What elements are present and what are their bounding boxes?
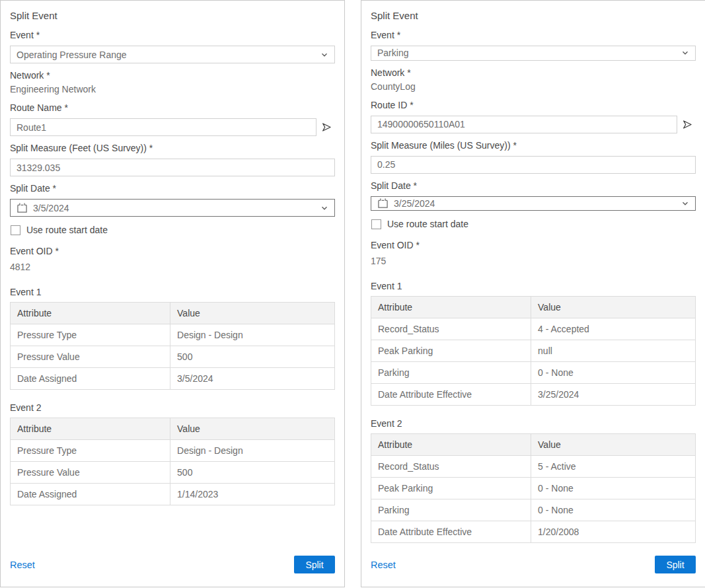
- attribute-cell: Pressure Type: [11, 440, 170, 462]
- event-oid-label: Event OID *: [10, 246, 335, 256]
- use-route-start-date-label: Use route start date: [387, 219, 468, 229]
- event1-attributes-table: Attribute Value Record_Status 4 - Accept…: [371, 296, 696, 406]
- event1-attributes-table: Attribute Value Pressure Type Design - D…: [10, 302, 335, 390]
- calendar-icon: [377, 198, 389, 209]
- reset-button[interactable]: Reset: [10, 560, 35, 570]
- event1-section-title: Event 1: [371, 281, 696, 291]
- table-row: Pressure Type Design - Design: [11, 440, 335, 462]
- attribute-cell: Date Attribute Effective: [371, 384, 531, 406]
- route-map-picker-button[interactable]: [679, 116, 696, 133]
- arrow-pointer-icon: [682, 119, 693, 130]
- event-oid-label: Event OID *: [371, 240, 696, 250]
- route-label: Route Name *: [10, 102, 335, 113]
- table-row: Pressure Type Design - Design: [11, 324, 335, 346]
- network-value: Engineering Network: [10, 84, 335, 94]
- column-header-attribute: Attribute: [371, 434, 531, 456]
- value-cell: Design - Design: [170, 440, 335, 462]
- attribute-cell: Peak Parking: [371, 478, 531, 499]
- value-cell: 5 - Active: [531, 456, 696, 478]
- event2-section-title: Event 2: [10, 402, 335, 413]
- date-label: Split Date *: [10, 183, 335, 194]
- table-row: Record_Status 5 - Active: [371, 456, 696, 478]
- column-header-attribute: Attribute: [371, 297, 531, 318]
- table-row: Date Attribute Effective 3/25/2024: [371, 384, 696, 406]
- split-button[interactable]: Split: [655, 556, 696, 573]
- attribute-cell: Date Attribute Effective: [371, 521, 531, 543]
- calendar-icon: [17, 202, 28, 213]
- value-cell: 0 - None: [531, 499, 696, 521]
- measure-input[interactable]: [371, 156, 696, 174]
- split-event-panel-right: Split Event Event * Parking Network * Co…: [361, 0, 705, 587]
- table-row: Pressure Value 500: [11, 346, 335, 368]
- attribute-cell: Record_Status: [371, 456, 531, 478]
- value-cell: null: [531, 340, 696, 362]
- event-select-value: Parking: [377, 48, 408, 58]
- event-select[interactable]: Operating Pressure Range: [10, 46, 335, 63]
- use-route-start-date-checkbox[interactable]: [371, 219, 381, 229]
- attribute-cell: Date Assigned: [11, 484, 170, 505]
- attribute-cell: Parking: [371, 499, 531, 521]
- table-row: Peak Parking 0 - None: [371, 478, 696, 499]
- table-row: Parking 0 - None: [371, 362, 696, 384]
- date-value: 3/5/2024: [33, 203, 315, 213]
- table-row: Pressure Value 500: [11, 462, 335, 484]
- chevron-down-icon: [681, 200, 689, 207]
- event-select-value: Operating Pressure Range: [17, 50, 127, 60]
- event-oid-value: 4812: [10, 262, 335, 272]
- date-value: 3/25/2024: [394, 198, 676, 209]
- column-header-value: Value: [531, 434, 696, 456]
- use-route-start-date-label: Use route start date: [26, 225, 108, 235]
- measure-input[interactable]: [10, 159, 335, 176]
- use-route-start-date-checkbox[interactable]: [11, 225, 20, 235]
- attribute-cell: Parking: [371, 362, 531, 384]
- column-header-attribute: Attribute: [11, 418, 170, 440]
- value-cell: 500: [170, 346, 335, 368]
- table-row: Record_Status 4 - Accepted: [371, 318, 696, 340]
- column-header-attribute: Attribute: [11, 303, 170, 324]
- event-select[interactable]: Parking: [371, 46, 696, 61]
- attribute-cell: Pressure Type: [11, 324, 170, 346]
- event2-section-title: Event 2: [371, 418, 696, 429]
- measure-label: Split Measure (Feet (US Survey)) *: [10, 143, 335, 153]
- value-cell: 500: [170, 462, 335, 484]
- event2-attributes-table: Attribute Value Record_Status 5 - Active…: [371, 433, 696, 543]
- column-header-value: Value: [170, 418, 335, 440]
- chevron-down-icon: [320, 204, 328, 212]
- column-header-value: Value: [170, 303, 335, 324]
- date-picker[interactable]: 3/5/2024: [10, 199, 335, 217]
- split-button[interactable]: Split: [294, 556, 335, 573]
- value-cell: Design - Design: [170, 324, 335, 346]
- network-label: Network *: [371, 67, 696, 78]
- route-input[interactable]: [10, 118, 316, 136]
- table-row: Date Attribute Effective 1/20/2008: [371, 521, 696, 543]
- value-cell: 0 - None: [531, 478, 696, 499]
- column-header-value: Value: [531, 297, 696, 318]
- value-cell: 1/20/2008: [531, 521, 696, 543]
- date-picker[interactable]: 3/25/2024: [371, 196, 696, 211]
- network-value: CountyLog: [371, 81, 696, 92]
- chevron-down-icon: [681, 49, 689, 57]
- network-label: Network *: [10, 70, 335, 81]
- measure-label: Split Measure (Miles (US Survey)) *: [371, 140, 696, 151]
- page-title: Split Event: [371, 10, 696, 21]
- route-input[interactable]: [371, 116, 677, 133]
- page-title: Split Event: [10, 10, 335, 21]
- value-cell: 3/5/2024: [170, 368, 335, 390]
- event-label: Event *: [371, 30, 696, 40]
- date-label: Split Date *: [371, 180, 696, 191]
- event2-attributes-table: Attribute Value Pressure Type Design - D…: [10, 418, 335, 505]
- value-cell: 0 - None: [531, 362, 696, 384]
- value-cell: 3/25/2024: [531, 384, 696, 406]
- event-oid-value: 175: [371, 256, 696, 266]
- attribute-cell: Peak Parking: [371, 340, 531, 362]
- value-cell: 4 - Accepted: [531, 318, 696, 340]
- attribute-cell: Pressure Value: [11, 346, 170, 368]
- table-row: Parking 0 - None: [371, 499, 696, 521]
- attribute-cell: Record_Status: [371, 318, 531, 340]
- reset-button[interactable]: Reset: [371, 560, 396, 570]
- route-map-picker-button[interactable]: [318, 118, 335, 136]
- attribute-cell: Date Assigned: [11, 368, 170, 390]
- table-row: Date Assigned 1/14/2023: [11, 484, 335, 505]
- attribute-cell: Pressure Value: [11, 462, 170, 484]
- table-row: Peak Parking null: [371, 340, 696, 362]
